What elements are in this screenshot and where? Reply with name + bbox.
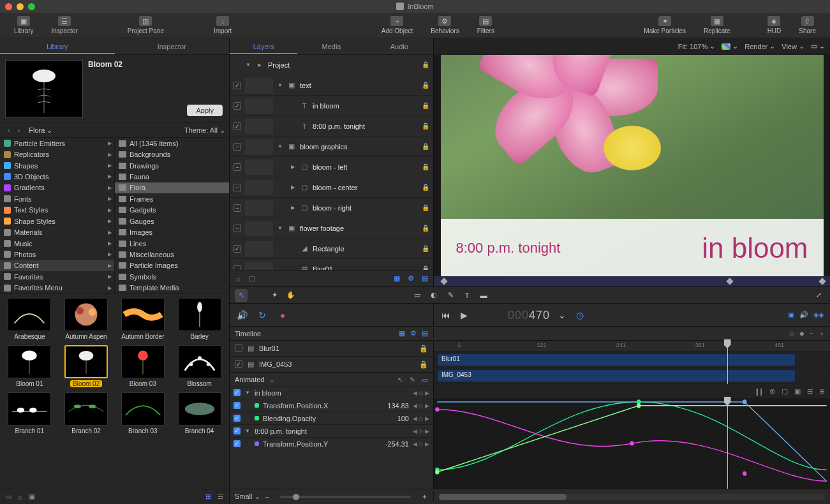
track-checkbox[interactable]	[235, 360, 242, 368]
mask-icon[interactable]: ▦	[392, 274, 401, 283]
param-checkbox[interactable]: ✓	[233, 402, 241, 409]
import-button[interactable]: ↓Import	[205, 15, 241, 36]
category-item[interactable]: Photos▶	[0, 249, 114, 260]
timeline-track-header[interactable]: ▤IMG_0453🔒	[230, 357, 433, 373]
layer-visibility-checkbox[interactable]	[233, 245, 241, 253]
marker-icon[interactable]: ◆	[799, 330, 804, 337]
layer-visibility-checkbox[interactable]	[233, 163, 241, 171]
replicate-button[interactable]: ▦Replicate	[695, 15, 739, 36]
param-row[interactable]: ✓▼in bloom◀ ◇ ▶	[230, 387, 433, 399]
animated-header[interactable]: Animated⌄↖✎▭	[230, 373, 433, 387]
clip[interactable]: IMG_0453	[438, 370, 795, 382]
zoom-out-icon[interactable]: −	[810, 330, 813, 337]
layer-visibility-checkbox[interactable]	[233, 204, 241, 212]
pencil-tool-icon[interactable]: ✎	[410, 376, 415, 384]
disclosure-icon[interactable]: ▼	[277, 82, 283, 88]
layer-visibility-checkbox[interactable]	[233, 225, 241, 232]
folder-item[interactable]: Miscellaneous	[115, 249, 229, 260]
content-item[interactable]: Branch 01	[3, 391, 57, 436]
timecode-display[interactable]: 000470	[508, 308, 550, 322]
tl-behavior-icon[interactable]: ⚙	[410, 329, 417, 337]
canvas-viewer[interactable]: 8:00 p.m. tonight in bloom	[434, 55, 830, 276]
content-item[interactable]: Autumn Border	[116, 297, 170, 341]
zoom-minus-icon[interactable]: −	[265, 493, 269, 501]
clip[interactable]: Blur01	[438, 354, 795, 366]
layer-row[interactable]: T8:00 p.m. tonight🔒	[230, 116, 433, 137]
layer-visibility-checkbox[interactable]	[233, 102, 241, 110]
path-icon[interactable]: ▭	[5, 493, 11, 501]
disclosure-icon[interactable]: ▼	[277, 144, 283, 149]
layer-row[interactable]: ▶▢bloom - right🔒	[230, 198, 433, 218]
folder-item[interactable]: All (1346 items)	[115, 138, 229, 149]
theme-filter[interactable]: Theme: All ⌄	[184, 126, 225, 135]
zoom-in-icon[interactable]: ＋	[819, 329, 825, 338]
layout-popup[interactable]: ▭ ⌄	[811, 42, 825, 50]
lock-icon[interactable]: 🔒	[422, 102, 429, 109]
layer-visibility-checkbox[interactable]	[233, 122, 241, 130]
go-to-start-icon[interactable]: ⏮	[440, 309, 452, 321]
layers-search-icon[interactable]: ⌕	[233, 274, 242, 283]
timeline-layout-icon[interactable]: ◈◈	[813, 311, 824, 319]
content-item[interactable]: Autumn Aspen	[59, 297, 114, 341]
library-tab[interactable]: Library	[0, 38, 115, 54]
filter-icon[interactable]: ▤	[420, 274, 429, 283]
content-item[interactable]: Branch 02	[59, 391, 114, 436]
text-tool-icon[interactable]: T	[461, 289, 473, 302]
lock-icon[interactable]: 🔒	[422, 122, 429, 130]
param-row[interactable]: ✓Transform.Position.X134.83◀ ◇ ▶	[230, 399, 433, 412]
category-item[interactable]: Favorites Menu▶	[0, 282, 114, 293]
content-item[interactable]: Branch 03	[116, 391, 170, 436]
layer-row[interactable]: ▼▣text🔒	[230, 75, 433, 96]
folder-item[interactable]: Drawings	[115, 160, 229, 171]
mini-timeline[interactable]	[434, 276, 830, 286]
lock-icon[interactable]: 🔒	[422, 225, 429, 232]
lock-icon[interactable]: 🔒	[422, 184, 429, 191]
library-toolbar-button[interactable]: ▣Library	[5, 15, 43, 36]
color-channel-popup[interactable]: ⌄	[722, 42, 738, 50]
category-item[interactable]: Music▶	[0, 238, 114, 249]
category-item[interactable]: Favorites▶	[0, 271, 114, 282]
content-item[interactable]: Barley	[172, 297, 226, 341]
disclosure-icon[interactable]: ▶	[290, 184, 296, 190]
layer-row[interactable]: ▶▢bloom - left🔒	[230, 157, 433, 177]
layer-row[interactable]: ▼▸Project🔒	[230, 55, 433, 75]
timeline-ruler[interactable]: 1121241361481	[434, 341, 830, 352]
fullscreen-icon[interactable]: ⤢	[812, 289, 825, 302]
hud-button[interactable]: ◈HUD	[759, 15, 790, 36]
folder-list[interactable]: All (1346 items)BackgroundsDrawingsFauna…	[115, 138, 229, 293]
behavior-icon[interactable]: ⚙	[406, 274, 415, 283]
track-lane[interactable]: Blur01	[434, 352, 830, 368]
category-item[interactable]: Materials▶	[0, 226, 114, 237]
rectangle-tool-icon[interactable]: ▭	[411, 289, 424, 302]
fit-zoom[interactable]: Fit: 107% ⌄	[678, 42, 715, 50]
layer-row[interactable]: ▼▣flower footage🔒	[230, 218, 433, 239]
disclosure-icon[interactable]: ▼	[245, 62, 251, 68]
category-item[interactable]: Replicators▶	[0, 149, 114, 159]
lock-icon[interactable]: 🔒	[422, 82, 429, 89]
kf-fit-icon[interactable]: ⊟	[807, 387, 813, 396]
kf-zoom-icon[interactable]: ⊕	[819, 387, 825, 396]
folder-item[interactable]: Gadgets	[115, 205, 229, 216]
lock-icon[interactable]: 🔒	[422, 61, 429, 68]
category-item[interactable]: Shape Styles▶	[0, 216, 114, 226]
audio-tab[interactable]: Audio	[366, 38, 433, 54]
content-item[interactable]: Blossom	[172, 344, 226, 389]
make-particles-button[interactable]: ✦Make Particles	[635, 15, 695, 36]
minimize-window[interactable]	[17, 3, 24, 10]
content-item[interactable]: Bloom 02	[59, 344, 114, 389]
kf-box-icon[interactable]: ▢	[782, 387, 788, 396]
folder-item[interactable]: Images	[115, 226, 229, 237]
snap-icon[interactable]: ◇	[789, 330, 794, 337]
media-tab[interactable]: Media	[297, 38, 365, 54]
category-item[interactable]: Fonts▶	[0, 193, 114, 204]
loop-icon[interactable]: ↻	[256, 309, 268, 321]
clock-icon[interactable]: ◷	[574, 309, 586, 321]
folder-item[interactable]: Flora	[115, 182, 229, 193]
paint-tool-icon[interactable]: ✎	[444, 289, 457, 302]
view-popup[interactable]: View ⌄	[782, 42, 804, 50]
audio-toggle-icon[interactable]: 🔊	[236, 309, 248, 321]
category-item[interactable]: 3D Objects▶	[0, 171, 114, 182]
category-item[interactable]: Content▶	[0, 260, 114, 271]
disclosure-icon[interactable]: ▶	[290, 205, 296, 211]
disclosure-icon[interactable]: ▼	[277, 225, 283, 231]
